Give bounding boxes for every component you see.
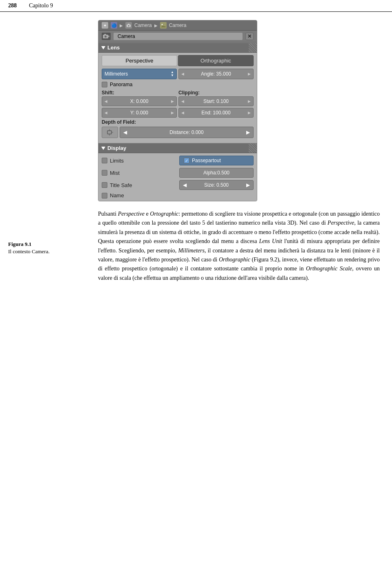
limits-checkbox[interactable] [102, 158, 107, 163]
start-left-arrow: ◀ [181, 99, 184, 103]
lens-mode-row: Perspective Orthographic [102, 55, 254, 66]
chapter-title: Capitolo 9 [29, 2, 53, 9]
distance-left-arrow: ◀ [123, 129, 127, 135]
mist-label: Mist [110, 170, 120, 176]
svg-point-4 [161, 24, 163, 25]
x-right-arrow: ▶ [171, 99, 174, 103]
title-safe-row: Title Safe [102, 182, 176, 188]
name-row: Name [102, 192, 176, 199]
blender-panel: ✦ 🔵 ▶ Camera ▶ [98, 20, 257, 201]
unit-label: Millimeters [105, 71, 128, 77]
close-button[interactable]: ✕ [245, 33, 254, 40]
passepartout-label: Passepartout [192, 158, 221, 163]
display-triangle-icon [101, 147, 105, 150]
angle-left-arrow: ◀ [181, 72, 184, 76]
unit-row: Millimeters ▲ ▼ ◀ Angle: 35.000 ▶ [102, 69, 254, 79]
size-value: Size: 0.500 [204, 182, 229, 188]
panorama-label: Panorama [110, 82, 132, 87]
dof-icon-button[interactable] [102, 127, 118, 138]
x-start-row: ◀ X: 0.000 ▶ ◀ Start: 0.100 ▶ [102, 96, 254, 106]
mist-checkbox[interactable] [102, 170, 107, 176]
y-value: Y: 0.000 [130, 110, 148, 116]
y-right-arrow: ▶ [171, 111, 174, 115]
figure-caption: Figura 9.1 Il contesto Camera. [8, 241, 49, 255]
limits-label: Limits [110, 158, 124, 164]
size-field[interactable]: ◀ Size: 0.500 ▶ [179, 180, 254, 190]
alpha-field[interactable]: Alpha:0.500 [179, 168, 254, 178]
scene-icon: 🔵 [111, 22, 117, 29]
shift-label: Shift: [102, 90, 177, 96]
body-text: Pulsanti Perspective e Ortographic: perm… [98, 210, 380, 283]
camera-icon-button[interactable] [102, 33, 111, 40]
dof-row: ◀ Distance: 0.000 ▶ [102, 127, 254, 138]
lens-section-body: Perspective Orthographic Millimeters ▲ ▼ [98, 53, 257, 143]
display-section-header: Display [98, 143, 257, 153]
clipping-label: Clipping: [178, 90, 254, 96]
svg-rect-10 [107, 131, 111, 134]
perspective-button[interactable]: Perspective [102, 55, 177, 66]
page-number: 288 [8, 2, 17, 9]
panorama-checkbox[interactable] [102, 82, 107, 87]
topbar-arrow-2: ▶ [154, 23, 158, 28]
main-column: ✦ 🔵 ▶ Camera ▶ [98, 20, 380, 287]
orthographic-button[interactable]: Orthographic [178, 55, 254, 66]
title-safe-checkbox[interactable] [102, 182, 107, 188]
end-right-arrow: ▶ [248, 111, 251, 115]
panel-topbar: ✦ 🔵 ▶ Camera ▶ [98, 20, 257, 31]
lens-section-title: Lens [107, 45, 120, 51]
name-checkbox[interactable] [102, 193, 107, 199]
page-header: 288 Capitolo 9 [0, 0, 392, 12]
display-grid: Limits Passepartout Mist [102, 156, 254, 199]
y-left-arrow: ◀ [105, 111, 107, 115]
content-area: Figura 9.1 Il contesto Camera. ✦ 🔵 ▶ [0, 12, 392, 295]
y-end-row: ◀ Y: 0.000 ▶ ◀ End: 100.000 ▶ [102, 108, 254, 118]
name-label: Name [110, 192, 124, 199]
shift-clipping-labels: Shift: Clipping: [102, 90, 254, 96]
angle-right-arrow: ▶ [248, 72, 251, 76]
title-safe-label: Title Safe [110, 182, 132, 188]
topbar-camera-label: Camera [134, 22, 152, 28]
down-arrow: ▼ [171, 74, 174, 77]
lens-section-header: Lens [98, 42, 257, 53]
passepartout-button[interactable]: Passepartout [179, 156, 254, 165]
camera-header-row: Camera ✕ [98, 31, 257, 42]
start-right-arrow: ▶ [248, 99, 251, 103]
wrench-icon: ✦ [102, 22, 108, 29]
figure-label: Figura 9.1 [8, 241, 49, 248]
display-section-body: Limits Passepartout Mist [98, 153, 257, 201]
start-value: Start: 0.100 [203, 98, 229, 104]
limits-row: Limits [102, 158, 176, 164]
end-left-arrow: ◀ [181, 111, 184, 115]
start-field[interactable]: ◀ Start: 0.100 ▶ [178, 96, 254, 106]
arrow-icon: ▶ [120, 23, 123, 28]
camera-icon [125, 22, 132, 29]
size-right-arrow: ▶ [246, 182, 250, 188]
distance-value: Distance: 0.000 [169, 129, 203, 135]
angle-value: Angle: 35.000 [201, 71, 231, 77]
angle-field[interactable]: ◀ Angle: 35.000 ▶ [178, 69, 254, 79]
size-left-arrow: ◀ [183, 182, 187, 188]
svg-point-8 [105, 36, 107, 38]
camera-label[interactable]: Camera [113, 32, 243, 40]
x-value: X: 0.000 [130, 98, 149, 104]
figure-caption-text: Il contesto Camera. [8, 248, 49, 255]
end-field[interactable]: ◀ End: 100.000 ▶ [178, 108, 254, 118]
svg-rect-9 [108, 36, 109, 37]
page: 288 Capitolo 9 Figura 9.1 Il contesto Ca… [0, 0, 392, 580]
dof-label: Depth of Field: [102, 119, 254, 125]
image-icon [160, 22, 167, 29]
distance-field[interactable]: ◀ Distance: 0.000 ▶ [120, 127, 254, 138]
display-section-title: Display [107, 145, 126, 151]
distance-right-arrow: ▶ [246, 129, 250, 135]
mist-row: Mist [102, 170, 176, 176]
left-column: Figura 9.1 Il contesto Camera. [8, 20, 90, 287]
x-field[interactable]: ◀ X: 0.000 ▶ [102, 96, 177, 106]
alpha-value: Alpha:0.500 [203, 170, 229, 176]
paragraph-1: Pulsanti Perspective e Ortographic: perm… [98, 210, 380, 283]
topbar-camera-label-2: Camera [169, 22, 187, 28]
y-field[interactable]: ◀ Y: 0.000 ▶ [102, 108, 177, 118]
unit-dropdown[interactable]: Millimeters ▲ ▼ [102, 69, 177, 79]
unit-arrows: ▲ ▼ [171, 71, 174, 77]
lens-triangle-icon [101, 46, 105, 49]
svg-rect-7 [104, 34, 106, 35]
